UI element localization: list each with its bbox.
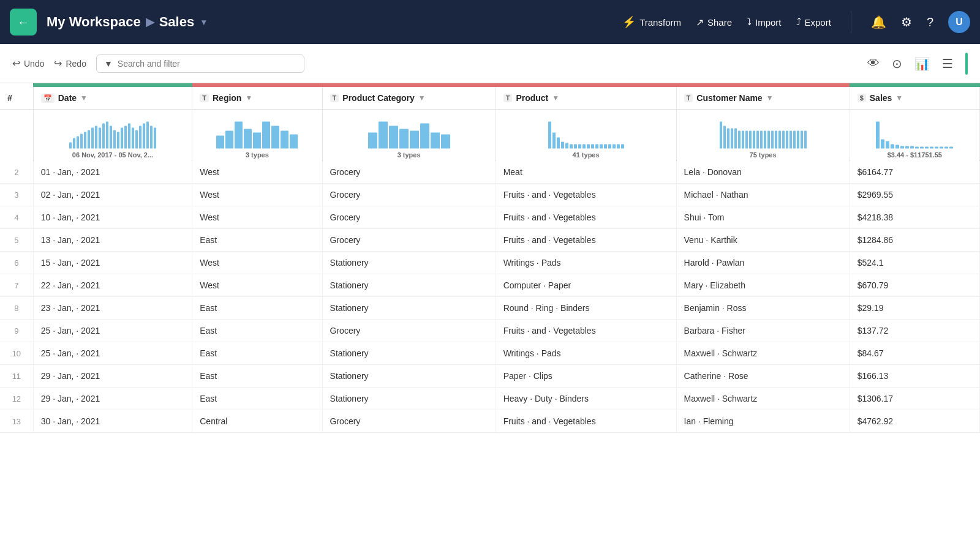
col-header-sales[interactable]: $ Sales ▼ — [850, 87, 979, 110]
help-icon[interactable]: ? — [927, 15, 933, 29]
table-row[interactable]: 4 10 · Jan, · 2021 West Grocery Fruits ·… — [0, 206, 980, 229]
page-dropdown-arrow[interactable]: ▾ — [202, 17, 206, 27]
col-header-num: # — [0, 87, 33, 110]
cell-custname: Catherine · Rose — [676, 365, 850, 388]
cell-prodcat: Grocery — [322, 206, 496, 229]
toolbar: ↩ Undo ↪ Redo ▼ 👁 ⊙ 📊 ☰ — [0, 44, 980, 83]
back-button[interactable]: ← — [10, 9, 37, 36]
cell-custname: Michael · Nathan — [676, 184, 850, 206]
cell-custname: Barbara · Fisher — [676, 320, 850, 342]
custname-type-badge: T — [684, 94, 693, 102]
target-icon[interactable]: ⊙ — [892, 56, 902, 71]
product-type-badge: T — [503, 94, 513, 102]
table-row[interactable]: 3 02 · Jan, · 2021 West Grocery Fruits ·… — [0, 184, 980, 206]
cell-product: Round · Ring · Binders — [496, 297, 676, 320]
row-num: 10 — [0, 342, 33, 365]
import-button[interactable]: ⤵ Import — [747, 17, 782, 28]
cell-product: Fruits · and · Vegetables — [496, 206, 676, 229]
export-button[interactable]: ⤴ Export — [796, 17, 831, 28]
cell-prodcat: Stationery — [322, 388, 496, 410]
cell-custname: Maxwell · Schwartz — [676, 388, 850, 410]
layout-icon[interactable]: ☰ — [942, 56, 953, 71]
chart-icon[interactable]: 📊 — [914, 56, 930, 71]
cell-region: West — [192, 184, 322, 206]
row-num: 7 — [0, 274, 33, 297]
date-mini-chart — [41, 118, 185, 149]
date-sort-arrow[interactable]: ▼ — [80, 94, 88, 102]
col-header-region[interactable]: T Region ▼ — [192, 87, 322, 110]
table-row[interactable]: 2 01 · Jan, · 2021 West Grocery Meat Lel… — [0, 160, 980, 184]
col-header-date[interactable]: 📅 Date ▼ — [33, 87, 192, 110]
table-row[interactable]: 13 30 · Jan, · 2021 Central Grocery Frui… — [0, 410, 980, 433]
cell-sales: $166.13 — [850, 365, 979, 388]
cell-region: East — [192, 388, 322, 410]
share-button[interactable]: ↗ Share — [696, 17, 732, 28]
cell-product: Fruits · and · Vegetables — [496, 184, 676, 206]
cell-date: 30 · Jan, · 2021 — [33, 410, 192, 433]
table-row[interactable]: 11 29 · Jan, · 2021 East Stationery Pape… — [0, 365, 980, 388]
eye-icon[interactable]: 👁 — [867, 56, 880, 70]
stats-region: 3 types — [192, 113, 322, 164]
table-row[interactable]: 12 29 · Jan, · 2021 East Stationery Heav… — [0, 388, 980, 410]
col-header-prodcat[interactable]: T Product Category ▼ — [322, 87, 496, 110]
cell-date: 29 · Jan, · 2021 — [33, 388, 192, 410]
undo-button[interactable]: ↩ Undo — [12, 58, 44, 69]
cell-date: 23 · Jan, · 2021 — [33, 297, 192, 320]
product-types-label: 41 types — [503, 151, 669, 159]
cell-custname: Benjamin · Ross — [676, 297, 850, 320]
green-indicator — [965, 53, 968, 75]
row-num: 4 — [0, 206, 33, 229]
search-box[interactable]: ▼ — [96, 54, 304, 73]
table-body: 2 01 · Jan, · 2021 West Grocery Meat Lel… — [0, 160, 980, 433]
table-row[interactable]: 10 25 · Jan, · 2021 East Stationery Writ… — [0, 342, 980, 365]
settings-icon[interactable]: ⚙ — [901, 15, 912, 29]
cell-custname: Maxwell · Schwartz — [676, 342, 850, 365]
prodcat-sort-arrow[interactable]: ▼ — [418, 94, 426, 102]
table-row[interactable]: 6 15 · Jan, · 2021 West Stationery Writi… — [0, 252, 980, 274]
back-icon: ← — [17, 15, 29, 29]
col-num-label: # — [7, 93, 12, 103]
col-header-product[interactable]: T Product ▼ — [496, 87, 676, 110]
table-row[interactable]: 8 23 · Jan, · 2021 East Stationery Round… — [0, 297, 980, 320]
cell-region: East — [192, 342, 322, 365]
row-num: 12 — [0, 388, 33, 410]
sales-mini-chart — [858, 118, 972, 149]
search-input[interactable] — [118, 59, 296, 69]
cell-sales: $6164.77 — [850, 160, 979, 184]
notifications-icon[interactable]: 🔔 — [871, 15, 886, 29]
nav-divider — [851, 11, 851, 33]
region-sort-arrow[interactable]: ▼ — [245, 94, 252, 102]
top-nav: ← My Workspace ▶ Sales ▾ ⚡ Transform ↗ S… — [0, 0, 980, 44]
page-label: Sales — [159, 14, 195, 30]
sales-sort-arrow[interactable]: ▼ — [895, 94, 903, 102]
custname-mini-chart — [684, 118, 842, 149]
cell-region: West — [192, 206, 322, 229]
custname-sort-arrow[interactable]: ▼ — [766, 94, 774, 102]
table-row[interactable]: 5 13 · Jan, · 2021 East Grocery Fruits ·… — [0, 229, 980, 252]
product-sort-arrow[interactable]: ▼ — [552, 94, 559, 102]
cell-prodcat: Stationery — [322, 365, 496, 388]
cell-region: East — [192, 229, 322, 252]
stats-row: 06 Nov, 2017 - 05 Nov, 2... 3 types 3 ty… — [0, 110, 980, 161]
prodcat-mini-chart — [330, 118, 488, 149]
cell-custname: Shui · Tom — [676, 206, 850, 229]
transform-button[interactable]: ⚡ Transform — [622, 15, 681, 29]
stats-custname: 75 types — [676, 113, 850, 164]
cell-date: 29 · Jan, · 2021 — [33, 365, 192, 388]
cell-product: Heavy · Duty · Binders — [496, 388, 676, 410]
redo-button[interactable]: ↪ Redo — [54, 58, 86, 69]
breadcrumb: My Workspace ▶ Sales ▾ — [47, 14, 206, 30]
cell-prodcat: Grocery — [322, 184, 496, 206]
cell-prodcat: Grocery — [322, 160, 496, 184]
table-row[interactable]: 9 25 · Jan, · 2021 East Grocery Fruits ·… — [0, 320, 980, 342]
col-header-custname[interactable]: T Customer Name ▼ — [676, 87, 850, 110]
prodcat-types-label: 3 types — [330, 151, 488, 159]
table-row[interactable]: 7 22 · Jan, · 2021 West Stationery Compu… — [0, 274, 980, 297]
cell-sales: $4762.92 — [850, 410, 979, 433]
region-mini-chart — [200, 118, 314, 149]
prodcat-col-label: Product Category — [342, 93, 414, 103]
cell-prodcat: Grocery — [322, 410, 496, 433]
user-avatar[interactable]: U — [948, 11, 970, 33]
cell-sales: $1284.86 — [850, 229, 979, 252]
cell-date: 13 · Jan, · 2021 — [33, 229, 192, 252]
